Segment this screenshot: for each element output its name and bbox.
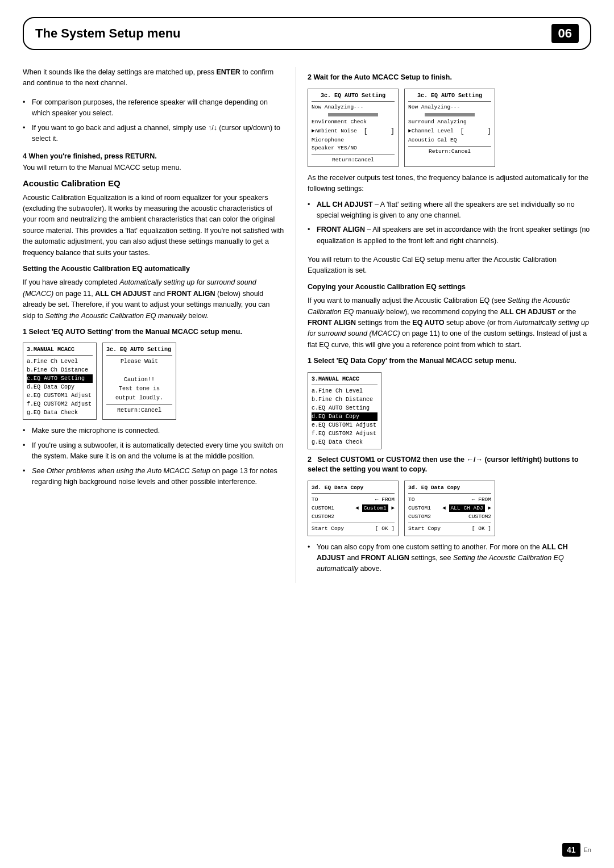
ok-button: [ OK ] [472, 524, 491, 533]
menu-item: e.EQ CUSTOM1 Adjust [312, 421, 377, 429]
custom2-row: CUSTOM2 [312, 512, 395, 521]
copy-step1-heading: 1 Select 'EQ Data Copy' from the Manual … [308, 356, 591, 366]
intro-bullets: For comparison purposes, the reference s… [23, 97, 284, 145]
eq-screens: 3c. EQ AUTO Setting Now Analyzing--- Env… [308, 89, 591, 167]
eq-auto-setting-menu: 3c. EQ AUTO Setting Please Wait Caution!… [102, 343, 176, 420]
header-row: TO ← FROM [408, 495, 491, 504]
from-label: ← FROM [375, 495, 395, 504]
acoustic-eq-heading: Acoustic Calibration EQ [23, 178, 284, 188]
menu-item-selected: c.EQ AUTO Setting [27, 374, 93, 383]
step1-heading: 1 Select 'EQ AUTO Setting' from the Manu… [23, 327, 284, 337]
selected-custom1: Custom1 [362, 504, 388, 512]
speaker-yes-no: Speaker YES/NO [312, 144, 395, 152]
from-label: ← FROM [472, 495, 491, 504]
menu-item: f.EQ CUSTOM2 Adjust [312, 429, 377, 438]
bracket-right: ] [391, 126, 395, 136]
channel-level-text: ►Channel Level [408, 127, 454, 135]
ambient-noise-row: ►Ambient Noise [ ] [312, 126, 395, 136]
microphone-bullets: Make sure the microphone is connected. I… [23, 425, 284, 487]
start-copy-label: Start Copy [312, 524, 344, 533]
menu-screenshot-row: 3.MANUAL MCACC a.Fine Ch Level b.Fine Ch… [23, 343, 284, 420]
bullet-item: Make sure the microphone is connected. [23, 425, 284, 436]
bracket-spacer [471, 127, 480, 135]
progress-bar [328, 113, 378, 116]
bullet-item: If you want to go back and adjust a chan… [23, 123, 284, 145]
menu-item: b.Fine Ch Distance [27, 366, 93, 374]
right-column: 2 Wait for the Auto MCACC Setup to finis… [296, 67, 591, 583]
screen-title: 3c. EQ AUTO Setting [408, 91, 491, 102]
copy-step2-heading: 2 Select CUSTOM1 or CUSTOM2 then use the… [308, 455, 591, 475]
bracket-right: ] [487, 126, 491, 136]
menu-item: f.EQ CUSTOM2 Adjust [27, 400, 93, 408]
screen-footer: Return:Cancel [408, 146, 491, 156]
custom1-from: ◄ ALL CH ADJ ► [442, 504, 491, 512]
menu-item-selected: d.EQ Data Copy [312, 412, 377, 421]
page-title: The System Setup menu [35, 26, 181, 41]
copy-screen-2: 3d. EQ Data Copy TO ← FROM CUSTOM1 ◄ ALL… [404, 481, 495, 536]
caution-text: Caution!! [106, 375, 172, 385]
bracket-spacer [374, 127, 384, 135]
menu-content: Please Wait Caution!! Test tone is outpu… [106, 357, 172, 403]
page-number: 41 [562, 843, 580, 857]
all-ch-adjust-bullet: ALL CH ADJUST – A 'flat' setting where a… [308, 199, 591, 222]
menu-item: e.EQ CUSTOM1 Adjust [27, 391, 93, 400]
copy-footer: Start Copy [ OK ] [312, 523, 395, 533]
bracket-left: [ [460, 126, 464, 136]
page-footer: 41 En [562, 843, 591, 857]
menu-item: g.EQ Data Check [27, 408, 93, 417]
header-row: TO ← FROM [312, 495, 395, 504]
custom1-row: CUSTOM1 ◄ Custom1 ► [312, 504, 395, 512]
output-loudly-text: output loudly. [106, 394, 172, 403]
screen-title: 3d. EQ Data Copy [408, 483, 491, 494]
custom1-from: ◄ Custom1 ► [355, 504, 395, 512]
menu-item: a.Fine Ch Level [312, 387, 377, 395]
screen-title: 3d. EQ Data Copy [312, 483, 395, 494]
menu-item: d.EQ Data Copy [27, 383, 93, 391]
text-after-screens: As the receiver outputs test tones, the … [308, 173, 591, 195]
menu-item: c.EQ AUTO Setting [312, 404, 377, 412]
bullet-item: If you're using a subwoofer, it is autom… [23, 440, 284, 462]
ok-button: [ OK ] [375, 524, 395, 533]
data-copy-screens: 3d. EQ Data Copy TO ← FROM CUSTOM1 ◄ Cus… [308, 481, 591, 536]
settings-bullets: ALL CH ADJUST – A 'flat' setting where a… [308, 199, 591, 247]
menu-title: 3c. EQ AUTO Setting [106, 345, 172, 356]
custom2-row: CUSTOM2 CUSTOM2 [408, 512, 491, 521]
manual-mcacc-menu-2: 3.MANUAL MCACC a.Fine Ch Level b.Fine Ch… [308, 372, 381, 449]
copy-screen-1: 3d. EQ Data Copy TO ← FROM CUSTOM1 ◄ Cus… [308, 481, 399, 536]
custom2-from: CUSTOM2 [468, 512, 491, 521]
custom1-to: CUSTOM1 [312, 504, 334, 512]
custom1-row: CUSTOM1 ◄ ALL CH ADJ ► [408, 504, 491, 512]
microphone-text: Microphone [312, 136, 395, 144]
return-text: You will return to the Acoustic Cal EQ s… [308, 254, 591, 277]
front-align-bullet: FRONT ALIGN – All speakers are set in ac… [308, 224, 591, 247]
environment-check: Environment Check [312, 118, 395, 126]
menu-title: 3.MANUAL MCACC [27, 345, 93, 356]
chapter-number: 06 [551, 24, 579, 43]
progress-bar [425, 113, 475, 116]
manual-mcacc-menu: 3.MANUAL MCACC a.Fine Ch Level b.Fine Ch… [23, 343, 97, 420]
copy-bullets-after: You can also copy from one custom settin… [308, 542, 591, 575]
page-lang: En [584, 846, 591, 853]
custom2-to: CUSTOM2 [312, 512, 334, 521]
main-content: When it sounds like the delay settings a… [23, 67, 591, 583]
step4-text: You will return to the Manual MCACC setu… [23, 162, 284, 173]
please-wait-text: Please Wait [106, 357, 172, 366]
screen-footer: Return:Cancel [312, 155, 395, 164]
test-tone-text: Test tone is [106, 385, 172, 394]
custom2-to: CUSTOM2 [408, 512, 431, 521]
setting-auto-heading: Setting the Acoustic Calibration EQ auto… [23, 264, 284, 274]
copy-menu-screenshot: 3.MANUAL MCACC a.Fine Ch Level b.Fine Ch… [308, 372, 591, 449]
copying-para1: If you want to manually adjust the Acous… [308, 295, 591, 350]
acoustic-eq-intro: Acoustic Calibration Equalization is a k… [23, 193, 284, 258]
selected-all-ch: ALL CH ADJ [449, 504, 485, 512]
menu-title: 3.MANUAL MCACC [312, 375, 377, 385]
to-label: TO [408, 495, 414, 504]
bullet-item: See Other problems when using the Auto M… [23, 466, 284, 488]
now-analyzing: Now Analyzing--- [408, 103, 491, 111]
copy-bullet: You can also copy from one custom settin… [308, 542, 591, 575]
setting-auto-para1: If you have already completed Automatica… [23, 277, 284, 322]
acoustic-cal-eq: Acoustic Cal EQ [408, 136, 491, 144]
step4-heading: 4 When you're finished, press RETURN. [23, 152, 284, 160]
now-analyzing: Now Analyzing--- [312, 103, 395, 111]
copying-heading: Copying your Acoustic Calibration EQ set… [308, 282, 591, 293]
